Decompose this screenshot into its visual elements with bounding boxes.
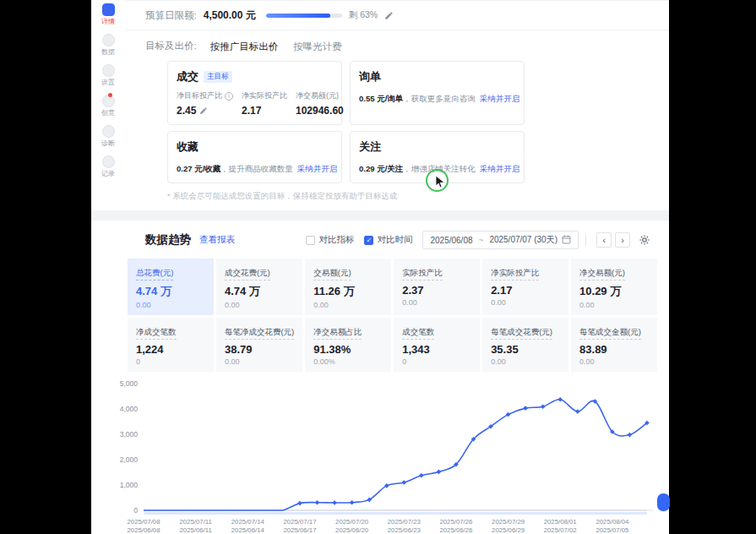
svg-text:5,000: 5,000 xyxy=(120,379,139,388)
floating-side-button[interactable] xyxy=(657,493,670,511)
svg-text:2025/06/08: 2025/06/08 xyxy=(127,526,160,534)
metric-compare-value: 0.00 xyxy=(313,301,383,309)
metric-card[interactable]: 成交笔数1,3430 xyxy=(394,318,480,372)
metric-compare-value: 0.00 xyxy=(225,357,294,366)
adopt-enable-link[interactable]: 采纳并开启 xyxy=(480,94,520,103)
metric-compare-value: 0.00 xyxy=(136,301,205,309)
metric-value: 35.35 xyxy=(491,343,560,356)
metric-compare-value: 0 xyxy=(402,357,471,366)
metric-card[interactable]: 净成交笔数1,2240 xyxy=(128,318,214,372)
metric-card[interactable]: 每笔成交花费(元)35.350.00 xyxy=(482,318,568,372)
main-content: 预算日限额: 4,500.00 元 剩 63% 目标及出价: 按推广目标出价按曝… xyxy=(125,0,669,534)
bidding-row: 目标及出价: 按推广目标出价按曝光计费 xyxy=(145,38,650,53)
metric-card[interactable]: 实际投产比2.370.00 xyxy=(394,259,480,315)
metric-value: 4.74 万 xyxy=(136,284,205,299)
anchor-nav-item-creative[interactable]: 创意 xyxy=(101,95,115,117)
metric-value: 10.29 万 xyxy=(579,284,649,299)
trend-chart: 01,0002,0003,0004,0005,0002025/07/082025… xyxy=(105,375,662,534)
date-range-picker[interactable]: 2025/06/08 ~ 2025/07/07 (30天) xyxy=(422,231,579,249)
date-separator: ~ xyxy=(479,236,484,245)
svg-text:2025/08/04: 2025/08/04 xyxy=(596,518,629,526)
checkbox-icon xyxy=(306,236,315,245)
goal-metric: 净实际投产比2.17 xyxy=(242,90,287,117)
compare-metric-checkbox[interactable]: 对比指标 xyxy=(306,234,354,246)
edit-icon[interactable] xyxy=(199,106,208,115)
metric-card[interactable]: 净交易额占比91.38%0.00% xyxy=(305,318,391,372)
compare-time-checkbox[interactable]: 对比时间 xyxy=(364,234,412,246)
anchor-nav-item-data[interactable]: 数据 xyxy=(101,34,115,57)
metric-compare-value: 0.00% xyxy=(313,357,383,366)
metric-label: 交易额(元) xyxy=(313,268,351,281)
anchor-nav-item-detail[interactable]: 详情 xyxy=(101,3,115,26)
metric-label: 总花费(元) xyxy=(136,268,173,281)
goal-card-title: 成交 xyxy=(177,69,199,84)
goal-metric-label: 净交易额(元) xyxy=(296,90,344,101)
goal-card-desc: 0.55 元/询单，获取更多意向咨询采纳并开启 xyxy=(359,94,515,105)
svg-text:2025/07/11: 2025/07/11 xyxy=(179,518,211,526)
metric-compare-value: 0.00 xyxy=(491,298,560,307)
metric-card[interactable]: 总花费(元)4.74 万0.00 xyxy=(128,259,214,315)
settings-gear-icon[interactable] xyxy=(639,234,650,246)
anchor-nav-item-settings[interactable]: 设置 xyxy=(101,64,115,87)
metric-compare-value: 0.00 xyxy=(491,357,560,366)
svg-text:2025/07/08: 2025/07/08 xyxy=(127,518,160,526)
anchor-nav-label: 记录 xyxy=(101,169,115,178)
budget-progress-bar xyxy=(266,14,342,18)
trend-title: 数据趋势 xyxy=(145,232,191,248)
metric-label: 净交易额占比 xyxy=(313,327,362,340)
svg-text:2025/07/17: 2025/07/17 xyxy=(283,518,316,526)
edit-budget-icon[interactable] xyxy=(384,11,394,20)
primary-goal-badge: 主目标 xyxy=(204,71,232,83)
info-icon xyxy=(225,92,233,101)
bidding-option[interactable]: 按曝光计费 xyxy=(293,41,342,52)
budget-row: 预算日限额: 4,500.00 元 剩 63% xyxy=(145,7,650,24)
metric-value: 38.79 xyxy=(225,343,294,356)
metric-value: 4.74 万 xyxy=(225,284,294,299)
bidding-options: 按推广目标出价按曝光计费 xyxy=(210,38,357,53)
notification-dot xyxy=(108,93,112,97)
goal-card-title: 关注 xyxy=(359,139,381,155)
budget-amount: 4,500.00 元 xyxy=(204,8,256,23)
metric-label: 净交易额(元) xyxy=(579,268,625,281)
svg-text:1,000: 1,000 xyxy=(120,481,139,489)
metric-card[interactable]: 交易额(元)11.26 万0.00 xyxy=(305,259,391,315)
calendar-icon xyxy=(562,235,571,246)
metric-card[interactable]: 每笔成交金额(元)83.890.00 xyxy=(571,318,657,372)
svg-text:2025/06/20: 2025/06/20 xyxy=(335,526,369,534)
anchor-nav-item-diagnose[interactable]: 诊断 xyxy=(101,125,115,148)
adopt-enable-link[interactable]: 采纳并开启 xyxy=(297,164,338,173)
svg-text:2,000: 2,000 xyxy=(120,455,139,464)
svg-text:2025/06/14: 2025/06/14 xyxy=(231,526,265,534)
svg-text:2025/06/29: 2025/06/29 xyxy=(492,526,525,534)
bidding-option[interactable]: 按推广目标出价 xyxy=(210,41,279,52)
metric-value: 2.17 xyxy=(491,284,560,297)
goal-metric: 净目标投产比2.45 xyxy=(177,90,233,117)
goal-metric-label: 净目标投产比 xyxy=(177,90,233,101)
metric-value: 11.26 万 xyxy=(313,284,383,299)
svg-text:2025/07/29: 2025/07/29 xyxy=(492,518,525,526)
metric-card[interactable]: 净实际投产比2.170.00 xyxy=(482,259,568,315)
metric-label: 每笔成交花费(元) xyxy=(491,327,552,340)
metric-value: 1,224 xyxy=(136,343,205,356)
anchor-nav-item-history[interactable]: 记录 xyxy=(101,155,115,178)
goal-card: 关注0.29 元/关注，增强店铺关注转化采纳并开启 xyxy=(350,131,525,183)
svg-text:3,000: 3,000 xyxy=(120,430,139,439)
goal-card-desc: 0.29 元/关注，增强店铺关注转化采纳并开启 xyxy=(359,164,515,175)
next-period-button[interactable]: › xyxy=(615,232,630,248)
metric-label: 每笔成交金额(元) xyxy=(579,327,641,340)
svg-text:2025/07/26: 2025/07/26 xyxy=(439,518,472,526)
metric-card[interactable]: 每笔净成交花费(元)38.790.00 xyxy=(216,318,302,372)
prev-period-button[interactable]: ‹ xyxy=(596,232,612,248)
metric-card[interactable]: 成交花费(元)4.74 万0.00 xyxy=(216,259,302,315)
metric-value: 1,343 xyxy=(402,343,471,356)
metric-label: 净实际投产比 xyxy=(491,268,539,281)
date-start: 2025/06/08 xyxy=(430,236,472,245)
anchor-nav-label: 创意 xyxy=(101,108,115,117)
view-report-link[interactable]: 查看报表 xyxy=(199,234,235,246)
checkbox-checked-icon xyxy=(364,236,373,245)
metric-card[interactable]: 净交易额(元)10.29 万0.00 xyxy=(571,259,657,315)
adopt-enable-link[interactable]: 采纳并开启 xyxy=(480,164,520,173)
metric-label: 实际投产比 xyxy=(402,268,443,281)
goal-card: 询单0.55 元/询单，获取更多意向咨询采纳并开启 xyxy=(350,61,525,125)
svg-text:2025/07/14: 2025/07/14 xyxy=(231,518,265,526)
